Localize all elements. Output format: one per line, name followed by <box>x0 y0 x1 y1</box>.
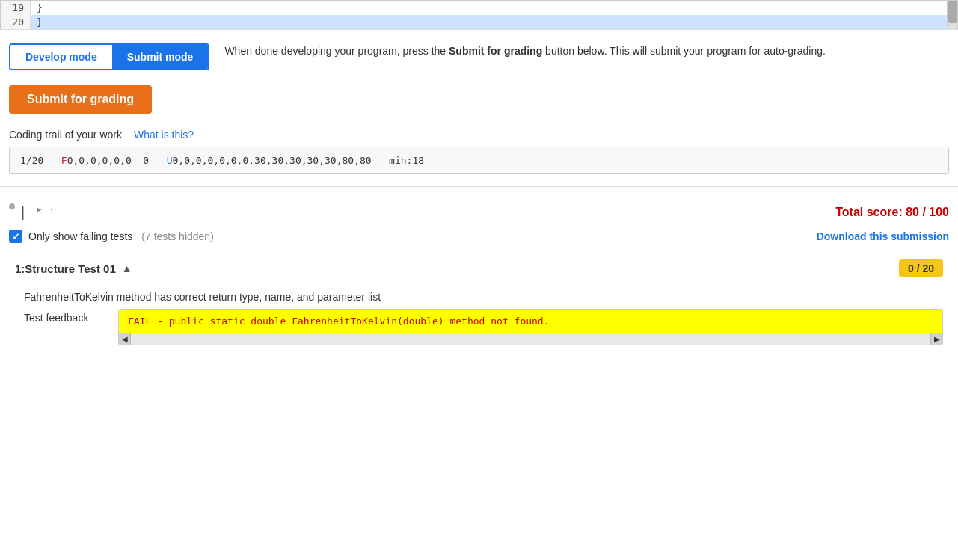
mode-section: Develop mode Submit mode When done devel… <box>0 29 958 79</box>
editor-scrollbar-thumb <box>948 1 957 23</box>
submit-mode-button[interactable]: Submit mode <box>112 45 209 69</box>
mode-description-suffix: button below. This will submit your prog… <box>542 45 826 57</box>
test-feedback-label: Test feedback <box>24 309 106 324</box>
line-content-19: } <box>31 1 49 15</box>
nav-dot-1 <box>9 203 15 209</box>
line-content-20: } <box>31 15 49 29</box>
mode-description-prefix: When done developing your program, press… <box>224 45 449 57</box>
filter-section: Only show failing tests (7 tests hidden)… <box>0 227 958 252</box>
coding-trail-label: Coding trail of your work <box>9 129 122 141</box>
trail-u-values: 0,0,0,0,0,0,0,30,30,30,30,30,80,80 <box>173 155 372 166</box>
test-item: FahrenheitToKelvin method has correct re… <box>6 285 952 351</box>
only-failing-checkbox[interactable] <box>9 230 22 243</box>
what-is-this-link[interactable]: What is this? <box>134 129 194 141</box>
tests-hidden-count: (7 tests hidden) <box>141 230 214 242</box>
code-line-20: 20 } <box>1 15 957 29</box>
editor-scrollbar[interactable] <box>947 1 957 29</box>
code-line-19: 19 } <box>1 1 957 15</box>
trail-f-values: 0,0,0,0,0,0--0 <box>67 155 150 166</box>
mode-description-bold: Submit for grading <box>449 45 542 57</box>
score-header: | ▸ · Total score: 80 / 100 <box>0 193 958 227</box>
trail-f-label: F <box>61 155 67 166</box>
only-failing-label: Only show failing tests <box>28 230 132 242</box>
test-header[interactable]: 1:Structure Test 01 ▲ 0 / 20 <box>6 252 952 285</box>
coding-trail-section: Coding trail of your work What is this? … <box>0 126 958 180</box>
develop-mode-button[interactable]: Develop mode <box>10 45 112 69</box>
trail-position: 1/20 <box>20 155 43 166</box>
submission-sublabel: ▸ · <box>37 203 52 221</box>
trail-min: min:18 <box>389 155 424 166</box>
chevron-up-icon: ▲ <box>122 262 132 274</box>
test-title-text: 1:Structure Test 01 <box>15 262 116 275</box>
feedback-box: FAIL - public static double FahrenheitTo… <box>118 309 943 345</box>
submit-for-grading-button[interactable]: Submit for grading <box>9 85 152 114</box>
submission-label: | <box>21 203 25 221</box>
feedback-scrollbar[interactable]: ◀ ▶ <box>119 333 942 345</box>
download-submission-link[interactable]: Download this submission <box>817 230 949 242</box>
total-score: Total score: 80 / 100 <box>835 206 949 219</box>
test-title: 1:Structure Test 01 ▲ <box>15 262 132 275</box>
trail-u-label: U <box>167 155 173 166</box>
submit-section: Submit for grading <box>0 79 958 126</box>
score-nav: | ▸ · <box>9 203 53 221</box>
feedback-content: FAIL - public static double FahrenheitTo… <box>119 310 942 333</box>
feedback-scroll-left-btn[interactable]: ◀ <box>119 333 131 345</box>
test-section: 1:Structure Test 01 ▲ 0 / 20 FahrenheitT… <box>6 252 952 351</box>
line-number-19: 19 <box>1 1 31 15</box>
mode-description: When done developing your program, press… <box>224 43 826 59</box>
mode-toggle: Develop mode Submit mode <box>9 43 209 70</box>
line-number-20: 20 <box>1 15 31 29</box>
feedback-scroll-right-btn[interactable]: ▶ <box>930 333 942 345</box>
divider-1 <box>0 186 958 187</box>
test-score-badge: 0 / 20 <box>899 259 943 277</box>
coding-trail-header: Coding trail of your work What is this? <box>9 129 949 141</box>
filter-left: Only show failing tests (7 tests hidden) <box>9 230 214 243</box>
feedback-scroll-track <box>131 333 930 345</box>
test-feedback-row: Test feedback FAIL - public static doubl… <box>24 309 943 345</box>
coding-trail-box: 1/20 F0,0,0,0,0,0--0 U0,0,0,0,0,0,0,30,3… <box>9 147 949 174</box>
test-item-description: FahrenheitToKelvin method has correct re… <box>24 291 943 303</box>
code-editor-top: 19 } 20 } <box>0 0 958 29</box>
